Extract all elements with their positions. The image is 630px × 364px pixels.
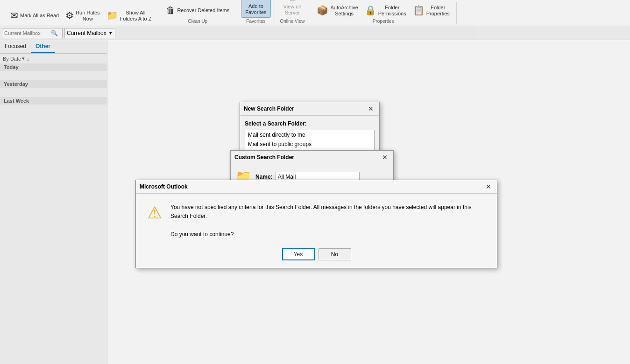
- outlook-alert-title: Microsoft Outlook: [140, 183, 188, 190]
- alert-message-line2: Do you want to continue?: [170, 230, 488, 239]
- alert-body: ⚠ You have not specified any criteria fo…: [136, 194, 497, 244]
- alert-yes-button[interactable]: Yes: [282, 248, 315, 260]
- custom-search-folder-title: Custom Search Folder: [234, 154, 294, 161]
- csf-name-label: Name:: [255, 174, 273, 180]
- alert-message-line1: You have not specified any criteria for …: [170, 203, 488, 221]
- new-search-folder-title: New Search Folder: [244, 105, 294, 112]
- new-search-folder-close-button[interactable]: ✕: [366, 105, 375, 112]
- alert-no-button[interactable]: No: [319, 248, 351, 260]
- nsf-list-item-1[interactable]: Mail sent to public groups: [245, 140, 374, 149]
- outlook-alert-titlebar: Microsoft Outlook ✕: [136, 180, 497, 194]
- new-search-folder-titlebar: New Search Folder ✕: [240, 102, 379, 116]
- outlook-alert-close-button[interactable]: ✕: [484, 183, 493, 190]
- custom-search-folder-titlebar: Custom Search Folder ✕: [231, 151, 393, 164]
- select-search-folder-label: Select a Search Folder:: [245, 120, 375, 127]
- nsf-list-item-0[interactable]: Mail sent directly to me: [245, 130, 374, 140]
- alert-text: You have not specified any criteria for …: [170, 203, 488, 239]
- outlook-alert-dialog: Microsoft Outlook ✕ ⚠ You have not speci…: [135, 180, 497, 268]
- warning-icon: ⚠: [145, 203, 164, 223]
- custom-search-folder-close-button[interactable]: ✕: [380, 154, 389, 161]
- alert-footer: Yes No: [136, 244, 497, 268]
